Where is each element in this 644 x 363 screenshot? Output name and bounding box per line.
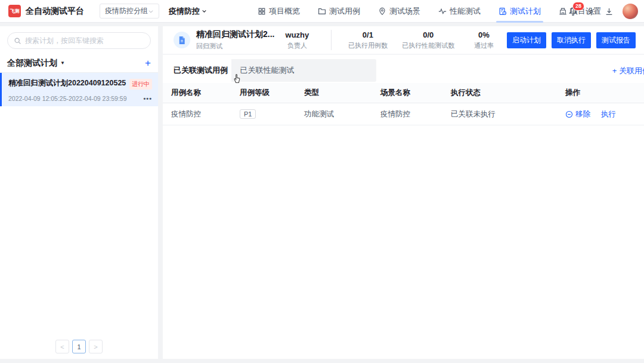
stat-executed-perf-tests: 0/0 已执行性能测试数 — [396, 30, 461, 50]
plans-sidebar: 全部测试计划 ▼ + 精准回归测试计划20220409120525 进行中 20… — [0, 26, 158, 359]
all-plans-label: 全部测试计划 — [7, 58, 57, 69]
pulse-icon — [438, 7, 447, 16]
app-logo: 飞测 — [8, 5, 21, 17]
owner-name: wuzhy — [276, 30, 318, 39]
search-input[interactable] — [25, 36, 144, 45]
chevron-down-icon — [202, 8, 207, 14]
stat-value: 0/1 — [340, 30, 395, 39]
stat-label: 已执行用例数 — [340, 41, 395, 50]
user-avatar[interactable] — [623, 4, 638, 19]
mouse-cursor-icon — [232, 73, 242, 84]
plan-header: 精准回归测试计划2... 回归测试 wuzhy 负责人 0/1 已执行用例数 0… — [163, 26, 644, 55]
nav-label: 测试用例 — [329, 6, 360, 17]
gear-icon — [587, 7, 596, 16]
chevron-down-icon — [148, 8, 154, 14]
project-select[interactable]: 疫情防控 — [169, 6, 207, 17]
prev-page-button[interactable]: < — [55, 340, 69, 353]
col-header-case-name: 用例名称 — [163, 88, 240, 98]
status-badge: 进行中 — [129, 79, 152, 90]
plan-name: 精准回归测试计划20220409120525 — [8, 78, 126, 88]
nav-item-performance-tests[interactable]: 性能测试 — [438, 0, 481, 23]
plan-action-buttons: 启动计划 取消执行 测试报告 — [507, 32, 636, 48]
tab-linked-perf-tests[interactable]: 已关联性能测试 — [231, 59, 303, 82]
nav-item-project-overview[interactable]: 项目概览 — [258, 0, 300, 23]
tab-strip: 已关联测试用例 已关联性能测试 — [170, 59, 376, 82]
all-plans-dropdown[interactable]: 全部测试计划 ▼ — [7, 58, 65, 69]
stat-value: 0% — [461, 30, 507, 39]
plan-search[interactable] — [7, 32, 151, 49]
cancel-execution-button[interactable]: 取消执行 — [552, 32, 591, 48]
building-icon — [559, 7, 567, 16]
plan-type-label: 回归测试 — [196, 42, 276, 51]
nav-label: 项目概览 — [269, 6, 300, 17]
grid-icon — [258, 7, 266, 16]
col-header-actions: 操作 — [557, 88, 644, 98]
nav-item-test-scenarios[interactable]: 测试场景 — [378, 0, 420, 23]
plan-item-top: 精准回归测试计划20220409120525 进行中 — [8, 78, 152, 90]
next-page-button[interactable]: > — [89, 340, 103, 353]
start-plan-button[interactable]: 启动计划 — [507, 32, 546, 48]
table-row: 疫情防控 P1 功能测试 疫情防控 已关联未执行 移除 执行 — [163, 103, 644, 125]
remove-action[interactable]: 移除 — [565, 109, 590, 119]
cases-table: 用例名称 用例等级 类型 场景名称 执行状态 操作 疫情防控 P1 功能测试 疫… — [163, 83, 644, 125]
nav-label: 性能测试 — [450, 6, 481, 17]
group-select[interactable]: 疫情防控分组 — [100, 4, 159, 19]
execute-action[interactable]: 执行 — [601, 109, 616, 119]
plan-document-icon — [499, 7, 507, 16]
table-header-row: 用例名称 用例等级 类型 场景名称 执行状态 操作 — [163, 83, 644, 103]
nav-item-test-cases[interactable]: 测试用例 — [318, 0, 360, 23]
main-nav: 项目概览 测试用例 测试场景 性能测试 测试计划 项目设置 — [258, 0, 601, 23]
current-page-button[interactable]: 1 — [72, 340, 86, 353]
tab-linked-test-cases[interactable]: 已关联测试用例 — [170, 59, 231, 82]
main-panel: 精准回归测试计划2... 回归测试 wuzhy 负责人 0/1 已执行用例数 0… — [163, 26, 644, 359]
stat-label: 已执行性能测试数 — [396, 41, 461, 50]
tabs-row: 已关联测试用例 已关联性能测试 + 关联用例 — [163, 59, 644, 83]
cell-case-level: P1 — [240, 109, 304, 119]
header-divider — [331, 30, 332, 50]
more-actions-icon[interactable]: ••• — [143, 95, 152, 102]
cell-scene-name: 疫情防控 — [380, 109, 451, 119]
plan-item-bottom: 2022-04-09 12:05:25-2022-04-09 23:59:59 … — [8, 95, 152, 102]
plan-title-block: 精准回归测试计划2... 回归测试 — [196, 29, 276, 51]
col-header-scene-name: 场景名称 — [380, 88, 451, 98]
caret-down-icon: ▼ — [60, 60, 65, 66]
app-title: 全自动测试平台 — [26, 6, 84, 17]
group-select-value: 疫情防控分组 — [105, 6, 148, 16]
test-report-button[interactable]: 测试报告 — [596, 32, 636, 48]
plan-title: 精准回归测试计划2... — [196, 29, 276, 40]
minus-circle-icon — [565, 110, 573, 118]
navbar-right: 28 — [568, 0, 638, 23]
notification-badge: 28 — [572, 2, 584, 11]
stat-executed-cases: 0/1 已执行用例数 — [340, 30, 395, 50]
remove-label: 移除 — [575, 109, 590, 119]
notifications-button[interactable]: 28 — [568, 7, 578, 16]
plan-document-badge — [174, 32, 190, 48]
stat-value: 0/0 — [396, 30, 461, 39]
sidebar-header: 全部测试计划 ▼ + — [0, 54, 158, 73]
col-header-type: 类型 — [304, 88, 380, 98]
top-navbar: 飞测 全自动测试平台 疫情防控分组 疫情防控 项目概览 测试用例 测试场景 性能… — [0, 0, 644, 23]
stat-label: 通过率 — [461, 41, 507, 50]
settings-button[interactable] — [587, 7, 596, 16]
nav-label: 测试计划 — [510, 6, 541, 17]
add-plan-button[interactable]: + — [145, 58, 151, 68]
project-select-value: 疫情防控 — [169, 6, 200, 17]
plan-list-item[interactable]: 精准回归测试计划20220409120525 进行中 2022-04-09 12… — [0, 73, 158, 106]
cell-type: 功能测试 — [304, 109, 380, 119]
cell-actions: 移除 执行 — [557, 109, 644, 119]
download-icon — [605, 7, 614, 16]
sidebar-pagination: < 1 > — [0, 340, 158, 353]
cell-case-name: 疫情防控 — [163, 109, 240, 119]
folder-icon — [318, 7, 326, 16]
col-header-case-level: 用例等级 — [240, 88, 304, 98]
row-actions: 移除 执行 — [565, 109, 644, 119]
download-button[interactable] — [605, 7, 614, 16]
plan-date-range: 2022-04-09 12:05:25-2022-04-09 23:59:59 — [8, 95, 127, 102]
cell-exec-status: 已关联未执行 — [451, 109, 557, 119]
nav-item-test-plans[interactable]: 测试计划 — [499, 0, 541, 23]
level-tag: P1 — [240, 109, 256, 119]
owner-label: 负责人 — [276, 41, 318, 50]
location-pin-icon — [378, 7, 386, 16]
associate-case-link[interactable]: + 关联用例 — [612, 66, 644, 76]
document-icon — [178, 36, 186, 45]
